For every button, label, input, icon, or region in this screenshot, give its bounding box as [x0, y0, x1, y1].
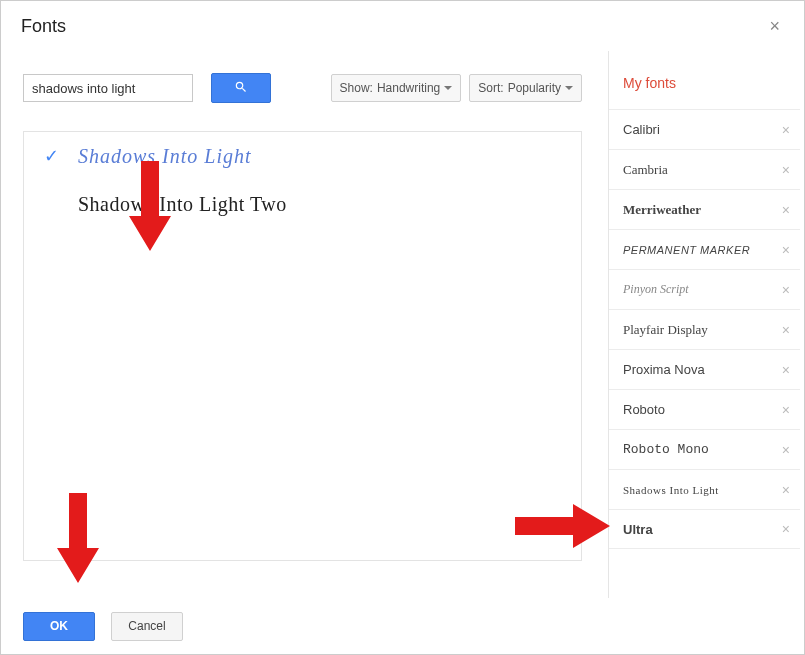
- my-font-name: Roboto Mono: [623, 442, 709, 457]
- fonts-dialog: Fonts × Show: Handwriting Sort:: [0, 0, 805, 655]
- my-font-row[interactable]: Roboto ×: [609, 389, 800, 429]
- my-font-row[interactable]: Shadows Into Light ×: [609, 469, 800, 509]
- font-results-list[interactable]: ✓ Shadows Into Light Shadows Into Light …: [23, 131, 582, 561]
- remove-font-icon[interactable]: ×: [778, 440, 794, 460]
- my-fonts-sidebar[interactable]: My fonts Calibri × Cambria × Merriweathe…: [608, 51, 800, 598]
- remove-font-icon[interactable]: ×: [778, 519, 794, 539]
- show-filter-value: Handwriting: [377, 81, 440, 95]
- my-font-row[interactable]: Roboto Mono ×: [609, 429, 800, 469]
- remove-font-icon[interactable]: ×: [778, 280, 794, 300]
- show-filter-prefix: Show:: [340, 81, 373, 95]
- my-font-row[interactable]: Calibri ×: [609, 109, 800, 149]
- my-font-row[interactable]: Cambria ×: [609, 149, 800, 189]
- font-result-row[interactable]: Shadows Into Light Two: [24, 180, 581, 228]
- my-font-row[interactable]: Permanent Marker ×: [609, 229, 800, 269]
- dialog-body: Show: Handwriting Sort: Popularity ✓ Sha…: [1, 51, 804, 598]
- dialog-footer: OK Cancel: [1, 598, 804, 654]
- dialog-header: Fonts ×: [1, 1, 804, 45]
- my-font-name: Permanent Marker: [623, 244, 750, 256]
- remove-font-icon[interactable]: ×: [778, 160, 794, 180]
- search-input[interactable]: [23, 74, 193, 102]
- close-icon[interactable]: ×: [763, 15, 786, 37]
- ok-button[interactable]: OK: [23, 612, 95, 641]
- remove-font-icon[interactable]: ×: [778, 120, 794, 140]
- show-filter-dropdown[interactable]: Show: Handwriting: [331, 74, 462, 102]
- check-icon: ✓: [44, 145, 78, 167]
- my-font-row[interactable]: Merriweather ×: [609, 189, 800, 229]
- my-font-name: Shadows Into Light: [623, 484, 719, 496]
- my-font-row[interactable]: Proxima Nova ×: [609, 349, 800, 389]
- remove-font-icon[interactable]: ×: [778, 400, 794, 420]
- my-font-name: Merriweather: [623, 202, 701, 218]
- controls-row: Show: Handwriting Sort: Popularity: [23, 73, 582, 103]
- remove-font-icon[interactable]: ×: [778, 320, 794, 340]
- my-font-name: Proxima Nova: [623, 362, 705, 377]
- left-column: Show: Handwriting Sort: Popularity ✓ Sha…: [1, 51, 604, 598]
- dialog-title: Fonts: [21, 16, 66, 37]
- my-font-name: Pinyon Script: [623, 282, 689, 297]
- chevron-down-icon: [444, 86, 452, 90]
- my-fonts-heading: My fonts: [609, 51, 800, 109]
- my-font-row[interactable]: Pinyon Script ×: [609, 269, 800, 309]
- remove-font-icon[interactable]: ×: [778, 360, 794, 380]
- my-font-name: Roboto: [623, 402, 665, 417]
- sort-value: Popularity: [508, 81, 561, 95]
- remove-font-icon[interactable]: ×: [778, 200, 794, 220]
- my-font-row[interactable]: Playfair Display ×: [609, 309, 800, 349]
- font-result-name: Shadows Into Light: [78, 145, 252, 168]
- remove-font-icon[interactable]: ×: [778, 480, 794, 500]
- my-font-row[interactable]: Ultra ×: [609, 509, 800, 549]
- my-font-name: Ultra: [623, 522, 653, 537]
- chevron-down-icon: [565, 86, 573, 90]
- font-result-name: Shadows Into Light Two: [78, 193, 287, 216]
- remove-font-icon[interactable]: ×: [778, 240, 794, 260]
- my-font-name: Cambria: [623, 162, 668, 178]
- sort-dropdown[interactable]: Sort: Popularity: [469, 74, 582, 102]
- sort-prefix: Sort:: [478, 81, 503, 95]
- my-font-name: Calibri: [623, 122, 660, 137]
- cancel-button[interactable]: Cancel: [111, 612, 183, 641]
- font-result-row[interactable]: ✓ Shadows Into Light: [24, 132, 581, 180]
- search-icon: [234, 80, 248, 97]
- search-button[interactable]: [211, 73, 271, 103]
- my-font-name: Playfair Display: [623, 322, 708, 338]
